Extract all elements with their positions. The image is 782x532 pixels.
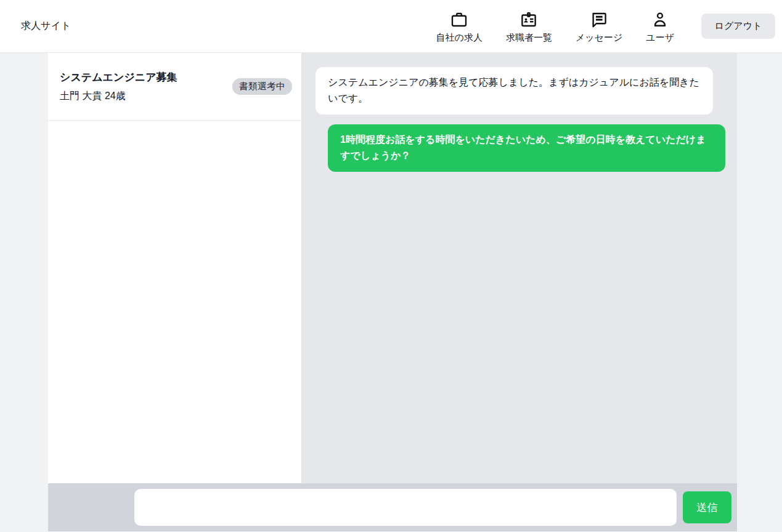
nav-item-messages[interactable]: メッセージ (576, 10, 622, 44)
nav-item-job-seekers[interactable]: 求職者一覧 (506, 10, 552, 44)
nav-item-company-jobs[interactable]: 自社の求人 (436, 10, 483, 44)
message-row: システムエンジニアの募集を見て応募しました。まずはカジュアルにお話を聞きたいです… (316, 67, 725, 115)
nav-label: ユーザ (646, 32, 674, 44)
chat-thread: システムエンジニアの募集を見て応募しました。まずはカジュアルにお話を聞きたいです… (302, 53, 737, 483)
send-button[interactable]: 送信 (683, 491, 731, 523)
nav-item-user[interactable]: ユーザ (646, 10, 674, 44)
chat-icon (590, 10, 608, 29)
job-info: システムエンジニア募集 土門 大貴 24歳 (60, 70, 177, 103)
message-bubble-recruiter: 1時間程度お話をする時間をいただきたいため、ご希望の日時を教えていただけますでし… (328, 124, 725, 172)
message-bubble-applicant: システムエンジニアの募集を見て応募しました。まずはカジュアルにお話を聞きたいです… (316, 67, 713, 115)
main-nav: 自社の求人 求職者一覧 (436, 10, 674, 44)
conversation-list-panel: システムエンジニア募集 土門 大貴 24歳 書類選考中 (48, 53, 302, 483)
message-input[interactable] (134, 489, 677, 526)
job-title: システムエンジニア募集 (60, 70, 177, 84)
main-container: システムエンジニア募集 土門 大貴 24歳 書類選考中 システムエンジニアの募集… (48, 53, 737, 531)
person-icon (651, 10, 669, 29)
app-logo: 求人サイト (21, 20, 71, 33)
content-row: システムエンジニア募集 土門 大貴 24歳 書類選考中 システムエンジニアの募集… (48, 53, 737, 483)
briefcase-icon (450, 10, 468, 29)
nav-label: 自社の求人 (436, 32, 483, 44)
message-composer: 送信 (48, 483, 737, 531)
app-header: 求人サイト 自社の求人 求職者一 (0, 0, 782, 53)
logout-button[interactable]: ログアウト (701, 14, 775, 39)
status-badge: 書類選考中 (232, 78, 292, 95)
id-badge-icon (519, 10, 538, 29)
message-row: 1時間程度お話をする時間をいただきたいため、ご希望の日時を教えていただけますでし… (316, 124, 725, 172)
applicant-name-age: 土門 大貴 24歳 (60, 90, 177, 103)
nav-label: メッセージ (576, 32, 622, 44)
nav-label: 求職者一覧 (506, 32, 552, 44)
conversation-list-item[interactable]: システムエンジニア募集 土門 大貴 24歳 書類選考中 (48, 53, 301, 121)
